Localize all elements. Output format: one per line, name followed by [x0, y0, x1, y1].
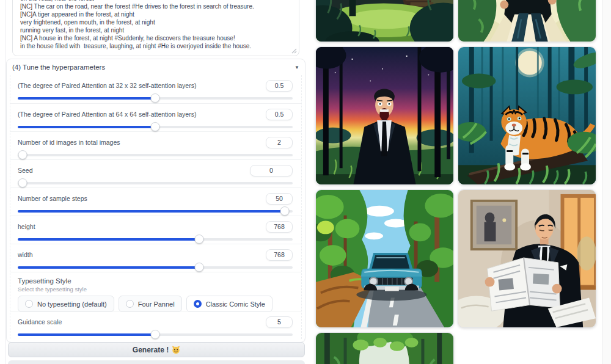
- slider-label: height: [18, 223, 35, 230]
- gallery-image-house-at-dusk[interactable]: [315, 0, 454, 42]
- guidance-value-input[interactable]: [266, 316, 293, 328]
- accordion-hyperparameters[interactable]: (4) Tune the hyperparameters ▼: [7, 59, 305, 75]
- radio-circle-icon: [25, 300, 33, 308]
- chevron-down-icon: ▼: [295, 65, 299, 70]
- slider-row-width: width: [10, 244, 301, 272]
- slider-label: Seed: [18, 167, 33, 174]
- pa32-value-input[interactable]: [266, 80, 293, 92]
- typesetting-style-section: Typesetting Style Select the typesetting…: [10, 272, 301, 311]
- sample-steps-value-input[interactable]: [266, 193, 293, 205]
- gallery-image-forest-road[interactable]: [315, 332, 454, 364]
- storydiffusion-app: on the road, near the forest [NC] The ca…: [0, 0, 611, 364]
- radio-circle-icon: [126, 300, 134, 308]
- slider-label: Guidance scale: [18, 318, 62, 326]
- height-slider[interactable]: [18, 235, 293, 244]
- sample-steps-slider[interactable]: [18, 206, 293, 216]
- height-value-input[interactable]: [266, 221, 293, 233]
- radio-classic-comic-style[interactable]: Classic Comic Style: [186, 296, 273, 312]
- radio-circle-icon: [194, 300, 202, 308]
- cat-emoji-icon: [172, 346, 180, 354]
- gallery-image-man-walking-path[interactable]: [458, 0, 596, 42]
- generate-button[interactable]: Generate !: [8, 342, 305, 357]
- slider-row-pa64: (The degree of Paired Attention at 64 x …: [10, 103, 301, 131]
- slider-row-height: height: [10, 216, 301, 244]
- slider-knob[interactable]: [151, 122, 160, 131]
- id-images-slider[interactable]: [18, 150, 293, 159]
- width-slider[interactable]: [18, 263, 293, 272]
- hyperparameters-form: (4) Tune the hyperparameters ▼ (The degr…: [6, 59, 306, 343]
- id-images-value-input[interactable]: [266, 137, 293, 148]
- slider-knob[interactable]: [151, 93, 160, 103]
- prompt-text[interactable]: on the road, near the forest [NC] The ca…: [13, 0, 299, 50]
- gallery-image-man-reading-newspaper[interactable]: [458, 189, 596, 328]
- slider-knob[interactable]: [195, 235, 204, 244]
- seed-slider[interactable]: [18, 178, 293, 187]
- slider-knob[interactable]: [151, 330, 160, 339]
- typesetting-info: Select the typesetting style: [18, 286, 293, 293]
- pa64-value-input[interactable]: [266, 109, 293, 120]
- page-scrollbar[interactable]: [602, 0, 611, 364]
- guidance-slider[interactable]: [18, 330, 293, 339]
- panel-left-border: [5, 0, 5, 364]
- width-value-input[interactable]: [266, 249, 293, 261]
- slider-knob[interactable]: [280, 206, 289, 216]
- next-section-partial: [8, 360, 305, 364]
- accordion-title: (4) Tune the hyperparameters: [12, 64, 105, 71]
- slider-knob[interactable]: [18, 178, 27, 187]
- gallery-image-man-shouting[interactable]: [315, 46, 454, 185]
- slider-knob[interactable]: [18, 150, 27, 159]
- comic-description-textarea[interactable]: on the road, near the forest [NC] The ca…: [12, 0, 299, 56]
- radio-four-pannel[interactable]: Four Pannel: [119, 296, 182, 312]
- slider-label: Number of id images in total images: [18, 139, 120, 146]
- gallery-image-tiger[interactable]: [458, 46, 596, 185]
- slider-row-sample-steps: Number of sample steps: [10, 187, 301, 216]
- slider-knob[interactable]: [195, 263, 204, 272]
- gallery-image-car-forest-road[interactable]: [315, 189, 454, 328]
- slider-label: (The degree of Paired Attention at 64 x …: [18, 111, 196, 118]
- seed-value-input[interactable]: [250, 165, 293, 177]
- slider-label: Number of sample steps: [18, 195, 87, 202]
- slider-label: (The degree of Paired Attention at 32 x …: [18, 82, 196, 89]
- pa32-slider[interactable]: [18, 93, 293, 103]
- radio-no-typesetting[interactable]: No typesetting (default): [18, 296, 114, 312]
- textarea-resize-handle-icon[interactable]: [291, 48, 297, 54]
- slider-row-id-images: Number of id images in total images: [10, 131, 301, 159]
- slider-row-guidance: Guidance scale: [10, 311, 301, 339]
- slider-label: width: [18, 251, 33, 258]
- slider-row-pa32: (The degree of Paired Attention at 32 x …: [10, 75, 301, 103]
- slider-row-seed: Seed: [10, 159, 301, 187]
- pa64-slider[interactable]: [18, 122, 293, 131]
- typesetting-label: Typesetting Style: [18, 277, 293, 285]
